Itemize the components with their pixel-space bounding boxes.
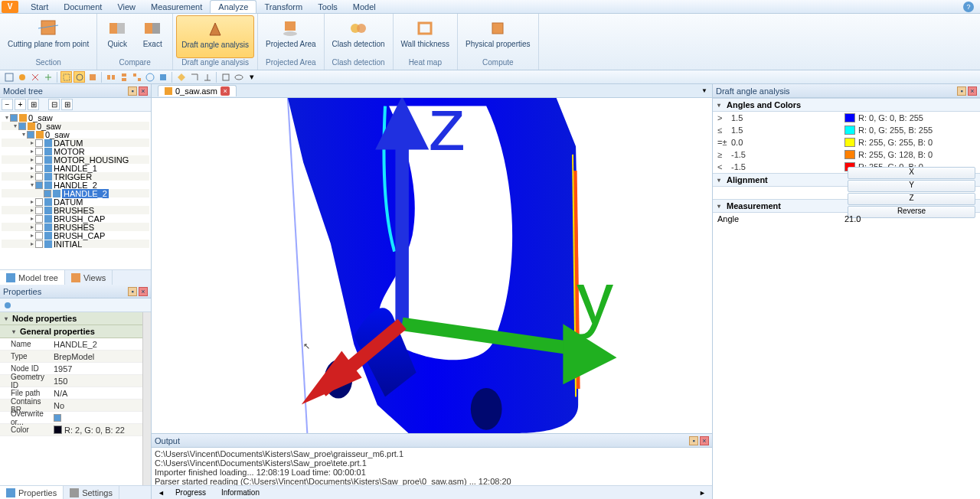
angle-threshold[interactable]: -1.5 — [731, 162, 844, 171]
tree-checkbox[interactable] — [35, 198, 43, 206]
align-x-button[interactable]: X — [848, 167, 975, 179]
tree-node[interactable]: ▸MOTOR — [2, 147, 149, 155]
qt-tool-17[interactable] — [233, 71, 244, 83]
tree-btn-3[interactable]: ⊞ — [28, 99, 39, 110]
wall-thickness-button[interactable]: Wall thickness — [397, 15, 455, 58]
tree-checkbox[interactable] — [18, 122, 26, 130]
tree-checkbox[interactable] — [35, 232, 43, 240]
document-tab[interactable]: 0_saw.asm × — [158, 85, 237, 96]
property-value[interactable]: HANDLE_2 — [54, 340, 142, 349]
align-y-button[interactable]: Y — [848, 180, 975, 192]
help-icon[interactable]: ? — [963, 2, 974, 12]
angle-threshold[interactable]: 0.0 — [731, 138, 844, 147]
axis-gizmo[interactable]: z y — [182, 98, 712, 418]
tree-checkbox[interactable] — [27, 131, 34, 139]
tree-expander-icon[interactable]: ▸ — [28, 156, 35, 163]
tree-expander-icon[interactable]: ▾ — [3, 114, 10, 121]
tree-expander-icon[interactable]: ▸ — [28, 215, 35, 222]
angle-threshold[interactable]: 1.5 — [731, 126, 844, 135]
qt-select-lasso[interactable] — [74, 71, 85, 83]
qt-tool-7[interactable] — [87, 71, 98, 83]
exact-compare-button[interactable]: Exact — [136, 15, 169, 58]
tree-expand-button[interactable]: + — [15, 99, 26, 110]
tree-expander-icon[interactable]: ▾ — [28, 181, 35, 188]
menu-document[interactable]: Document — [56, 1, 109, 13]
tree-node[interactable]: ▾0_saw — [2, 113, 149, 122]
tree-node[interactable]: ▾0_saw — [2, 122, 149, 130]
tab-properties[interactable]: Properties — [0, 486, 64, 499]
tree-checkbox[interactable] — [35, 148, 43, 155]
qt-tool-4[interactable] — [42, 71, 54, 83]
tree-node[interactable]: ▸BRUSH_CAP — [2, 214, 149, 223]
angle-color-swatch[interactable] — [844, 113, 855, 122]
model-tree-pin-icon[interactable]: ▪ — [128, 86, 137, 96]
tab-model-tree[interactable]: Model tree — [0, 270, 65, 285]
qt-tool-14[interactable] — [188, 71, 200, 83]
menu-measurement[interactable]: Measurement — [143, 1, 210, 13]
qt-tool-10[interactable] — [131, 71, 142, 83]
menu-start[interactable]: Start — [23, 1, 56, 13]
tree-checkbox[interactable] — [35, 215, 43, 223]
tree-node[interactable]: ▸BRUSH_CAP — [2, 231, 149, 240]
tree-collapse-button[interactable]: − — [2, 99, 13, 110]
tree-node[interactable]: ▸TRIGGER — [2, 172, 149, 181]
property-value[interactable]: 150 — [54, 377, 142, 386]
property-value[interactable]: N/A — [54, 389, 142, 398]
tree-expander-icon[interactable]: ▸ — [28, 207, 35, 214]
tree-expander-icon[interactable]: ▸ — [28, 173, 35, 180]
output-body[interactable]: C:\Users\Vincent\Documents\Kisters\Saw_p… — [152, 448, 712, 485]
property-value[interactable]: R: 2, G: 0, B: 22 — [54, 426, 142, 435]
output-pin-icon[interactable]: ▪ — [689, 436, 698, 445]
tree-checkbox[interactable] — [35, 223, 43, 231]
tree-expander-icon[interactable]: ▸ — [28, 139, 35, 146]
menu-view[interactable]: View — [109, 1, 143, 13]
qt-tool-8[interactable] — [105, 71, 116, 83]
tree-expander-icon[interactable]: ▸ — [28, 223, 35, 230]
document-tabs-dropdown[interactable]: ▼ — [701, 87, 707, 94]
tree-expander-icon[interactable]: ▸ — [28, 198, 35, 205]
draft-panel-close-icon[interactable]: × — [968, 86, 977, 96]
tree-checkbox[interactable] — [35, 173, 43, 181]
output-nav-next[interactable]: ► — [696, 489, 709, 497]
properties-scrollbar[interactable] — [142, 312, 151, 485]
tree-checkbox[interactable] — [35, 207, 43, 214]
qt-tool-3[interactable] — [29, 71, 41, 83]
tree-node[interactable]: HANDLE_2 — [2, 189, 149, 197]
tree-checkbox[interactable] — [35, 165, 43, 172]
angle-color-swatch[interactable] — [844, 138, 855, 147]
section-general-properties[interactable]: ▾General properties — [0, 325, 142, 338]
menu-model[interactable]: Model — [345, 1, 384, 13]
tab-settings[interactable]: Settings — [64, 486, 119, 499]
tree-expander-icon[interactable]: ▸ — [28, 232, 35, 239]
property-value[interactable]: 1957 — [54, 364, 142, 373]
tree-expander-icon[interactable]: ▸ — [28, 165, 35, 171]
output-tab-information[interactable]: Information — [214, 487, 267, 498]
tree-checkbox[interactable] — [35, 139, 43, 147]
align-z-button[interactable]: Z — [848, 193, 975, 205]
menu-tools[interactable]: Tools — [310, 1, 345, 13]
tree-node[interactable]: ▸MOTOR_HOUSING — [2, 155, 149, 164]
tree-node[interactable]: ▸DATUM — [2, 139, 149, 147]
tree-node[interactable]: ▸HANDLE_1 — [2, 164, 149, 172]
angle-color-swatch[interactable] — [844, 126, 855, 135]
qt-tool-1[interactable] — [3, 71, 15, 83]
properties-close-icon[interactable]: × — [139, 287, 148, 296]
tree-expander-icon[interactable]: ▸ — [28, 148, 35, 155]
qt-dropdown[interactable]: ▾ — [246, 71, 257, 83]
qt-tool-11[interactable] — [144, 71, 155, 83]
align-reverse-button[interactable]: Reverse — [848, 206, 975, 218]
tree-node[interactable]: ▸INITIAL — [2, 240, 149, 248]
menu-transform[interactable]: Transform — [256, 1, 310, 13]
model-tree-body[interactable]: ▾0_saw▾0_saw▾0_saw▸DATUM▸MOTOR▸MOTOR_HOU… — [0, 112, 151, 269]
qt-tool-13[interactable] — [175, 71, 187, 83]
projected-area-button[interactable]: Projected Area — [261, 15, 321, 58]
tree-node[interactable]: ▾0_saw — [2, 130, 149, 139]
props-filter-button[interactable] — [2, 299, 13, 311]
tree-checkbox[interactable] — [35, 240, 43, 248]
tree-btn-5[interactable]: ⊞ — [61, 99, 73, 110]
menu-analyze[interactable]: Analyze — [210, 0, 256, 13]
draft-panel-pin-icon[interactable]: ▪ — [957, 86, 966, 96]
section-angles-colors[interactable]: ▾Angles and Colors — [713, 98, 980, 112]
tree-checkbox[interactable] — [10, 114, 18, 122]
tree-node[interactable]: ▸DATUM — [2, 197, 149, 206]
